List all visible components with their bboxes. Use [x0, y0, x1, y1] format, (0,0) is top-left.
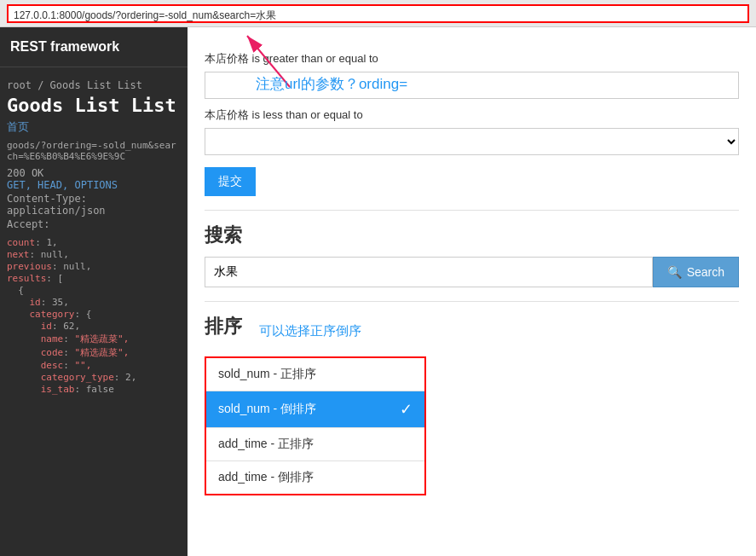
browser-bar: 127.0.0.1:8000/goods/?ordering=-sold_num… [0, 0, 756, 27]
search-button[interactable]: 🔍 Search [653, 257, 739, 287]
code-category: category: { [7, 309, 181, 320]
url-display: goods/?ordering=-sold_num&search=%E6%B0%… [7, 140, 181, 162]
code-next: next: null, [7, 249, 181, 260]
main-container: REST framework root / Goods List List Go… [0, 27, 756, 556]
search-icon: 🔍 [667, 265, 682, 279]
ordering-item-label-3: add_time - 倒排序 [218, 470, 314, 484]
code-count: count: 1, [7, 237, 181, 248]
ordering-title: 排序 [205, 314, 242, 339]
content-panel: 注意url的参数？ording= 本店价格 is greater than or… [188, 27, 756, 556]
code-open-brace: { [7, 285, 181, 296]
filter-less-label: 本店价格 is less than or equal to [205, 107, 739, 123]
code-cat-id: id: 62, [7, 321, 181, 332]
code-panel: root / Goods List List Goods List List 首… [0, 67, 188, 556]
code-results: results: [ [7, 273, 181, 284]
checkmark-icon: ✓ [400, 400, 413, 419]
page-title: Goods List List [7, 95, 181, 116]
allowed-methods: GET, HEAD, OPTIONS [7, 179, 181, 191]
ordering-item-label-2: add_time - 正排序 [218, 437, 314, 450]
status-badge: 200 OK [7, 167, 181, 179]
submit-button[interactable]: 提交 [205, 167, 256, 196]
code-previous: previous: null, [7, 261, 181, 272]
page-nav-link[interactable]: 首页 [7, 119, 181, 135]
search-row: 🔍 Search [205, 257, 739, 287]
ordering-item-row-1: sold_num - 倒排序 ✓ [218, 400, 413, 419]
sidebar-brand: REST framework [0, 27, 188, 67]
code-id: id: 35, [7, 297, 181, 308]
url-bar[interactable]: 127.0.0.1:8000/goods/?ordering=-sold_num… [7, 4, 749, 23]
code-cat-name: name: "精选蔬菜", [7, 333, 181, 345]
search-title: 搜索 [205, 223, 739, 248]
ordering-item-3[interactable]: add_time - 倒排序 [206, 461, 424, 494]
breadcrumb-root[interactable]: root [7, 79, 32, 91]
filter-greater-row [205, 72, 739, 99]
filter-less-select[interactable] [205, 128, 739, 155]
ordering-item-label-1: sold_num - 倒排序 [218, 402, 316, 417]
search-button-label: Search [687, 265, 724, 279]
code-cat-code: code: "精选蔬菜", [7, 346, 181, 359]
ordering-section: 排序 可以选择正序倒序 sold_num - 正排序 sold_num - 倒排… [188, 302, 756, 495]
code-cat-desc: desc: "", [7, 360, 181, 371]
code-is-tab: is_tab: false [7, 384, 181, 395]
search-section: 搜索 🔍 Search [188, 211, 756, 287]
filter-greater-input[interactable] [205, 72, 739, 99]
accept-header: Accept: [7, 218, 181, 230]
filter-section: 本店价格 is greater than or equal to 本店价格 is… [188, 27, 756, 210]
ordering-header: 排序 可以选择正序倒序 [205, 314, 739, 348]
search-input[interactable] [205, 257, 653, 287]
content-type: Content-Type: application/json [7, 193, 181, 217]
ordering-item-1[interactable]: sold_num - 倒排序 ✓ [206, 391, 424, 428]
ordering-item-2[interactable]: add_time - 正排序 [206, 428, 424, 461]
filter-less-row [205, 128, 739, 155]
ordering-list: sold_num - 正排序 sold_num - 倒排序 ✓ add_time… [205, 356, 426, 495]
ordering-item-0[interactable]: sold_num - 正排序 [206, 358, 424, 391]
code-cat-type: category_type: 2, [7, 372, 181, 383]
ordering-note: 可以选择正序倒序 [259, 323, 361, 339]
filter-greater-label: 本店价格 is greater than or equal to [205, 51, 739, 67]
breadcrumb-current[interactable]: Goods List List [50, 79, 142, 91]
breadcrumb: root / Goods List List [7, 74, 181, 95]
ordering-item-label-0: sold_num - 正排序 [218, 367, 316, 380]
